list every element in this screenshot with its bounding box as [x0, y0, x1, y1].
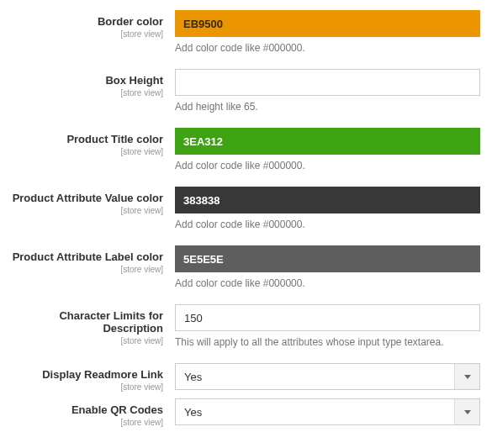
label-col: Product Title color [store view] [7, 128, 175, 156]
char-limit-label: Character Limits for Description [7, 309, 163, 335]
input-col: Add color code like #000000. [175, 245, 485, 289]
field-attr-value-color: Product Attribute Value color [store vie… [7, 187, 485, 230]
scope-label: [store view] [7, 147, 163, 156]
field-attr-label-color: Product Attribute Label color [store vie… [7, 245, 485, 289]
field-qrcodes: Enable QR Codes [store view] Yes [7, 398, 485, 427]
border-color-hint: Add color code like #000000. [175, 42, 480, 54]
border-color-input[interactable] [175, 10, 480, 37]
label-col: Character Limits for Description [store … [7, 304, 175, 345]
box-height-input[interactable] [175, 69, 480, 96]
label-col: Box Height [store view] [7, 69, 175, 98]
input-col: Yes [175, 398, 485, 425]
scope-label: [store view] [7, 382, 163, 392]
attr-value-color-input[interactable] [175, 187, 480, 213]
field-box-height: Box Height [store view] Add height like … [7, 69, 485, 113]
label-col: Product Attribute Value color [store vie… [7, 187, 175, 215]
qrcodes-select[interactable]: Yes [176, 399, 454, 424]
field-product-title-color: Product Title color [store view] Add col… [7, 128, 485, 171]
scope-label: [store view] [7, 265, 163, 274]
chevron-down-icon [454, 399, 479, 424]
box-height-label: Box Height [7, 74, 163, 87]
attr-label-color-input[interactable] [175, 245, 480, 272]
input-col: Add height like 65. [175, 69, 485, 113]
product-title-color-label: Product Title color [7, 133, 163, 145]
label-col: Enable QR Codes [store view] [7, 398, 175, 427]
product-title-color-input[interactable] [175, 128, 480, 155]
readmore-label: Display Readmore Link [7, 368, 163, 381]
box-height-hint: Add height like 65. [175, 101, 480, 113]
product-title-color-hint: Add color code like #000000. [175, 160, 480, 171]
qrcodes-select-wrap: Yes [175, 398, 480, 425]
label-col: Product Attribute Label color [store vie… [7, 245, 175, 274]
input-col: Yes [175, 363, 485, 390]
scope-label: [store view] [7, 206, 163, 215]
field-border-color: Border color [store view] Add color code… [7, 10, 485, 54]
attr-label-color-label: Product Attribute Label color [7, 250, 163, 263]
input-col: This will apply to all the attributes wh… [175, 304, 485, 348]
char-limit-input[interactable] [175, 304, 480, 331]
scope-label: [store view] [7, 336, 163, 345]
input-col: Add color code like #000000. [175, 10, 485, 54]
scope-label: [store view] [7, 88, 163, 98]
input-col: Add color code like #000000. [175, 187, 485, 230]
readmore-select-wrap: Yes [175, 363, 480, 390]
field-readmore: Display Readmore Link [store view] Yes [7, 363, 485, 392]
attr-label-color-hint: Add color code like #000000. [175, 277, 480, 289]
border-color-label: Border color [7, 15, 163, 28]
input-col: Add color code like #000000. [175, 128, 485, 171]
char-limit-hint: This will apply to all the attributes wh… [175, 336, 480, 348]
attr-value-color-label: Product Attribute Value color [7, 192, 163, 204]
scope-label: [store view] [7, 418, 163, 427]
field-char-limit: Character Limits for Description [store … [7, 304, 485, 348]
label-col: Border color [store view] [7, 10, 175, 39]
readmore-select[interactable]: Yes [176, 364, 454, 389]
scope-label: [store view] [7, 29, 163, 39]
attr-value-color-hint: Add color code like #000000. [175, 219, 480, 230]
label-col: Display Readmore Link [store view] [7, 363, 175, 392]
qrcodes-label: Enable QR Codes [7, 403, 163, 416]
chevron-down-icon [454, 364, 479, 389]
